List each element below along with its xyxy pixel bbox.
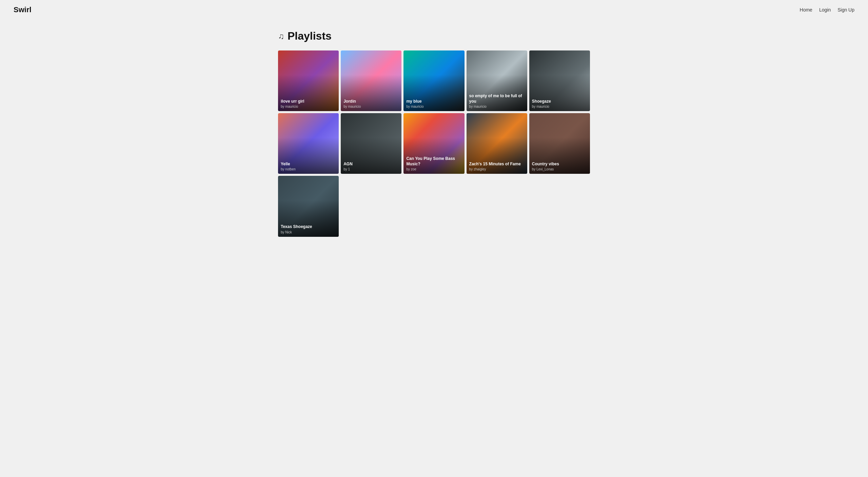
- card-author: by mauricio: [281, 105, 336, 108]
- card-info: Jordinby mauricio: [343, 99, 399, 109]
- playlist-card-my-blue[interactable]: my blueby mauricio: [403, 50, 464, 111]
- card-title: Yelle: [281, 162, 336, 167]
- playlist-card-country-vibes[interactable]: Country vibesby Lexi_Lonas: [529, 113, 590, 174]
- card-info: Shoegazeby mauricio: [532, 99, 587, 109]
- card-author: by zhaigley: [469, 167, 525, 171]
- card-info: Country vibesby Lexi_Lonas: [532, 162, 587, 171]
- card-title: my blue: [406, 99, 461, 104]
- card-author: by mauricio: [532, 105, 587, 108]
- app-brand[interactable]: Swirl: [14, 5, 32, 14]
- playlist-card-shoegaze[interactable]: Shoegazeby mauricio: [529, 50, 590, 111]
- card-info: ilove urr girlby mauricio: [281, 99, 336, 109]
- card-author: by notben: [281, 167, 336, 171]
- card-info: Texas Shoegazeby Nick: [281, 224, 336, 234]
- card-author: by Lexi_Lonas: [532, 167, 587, 171]
- card-title: ilove urr girl: [281, 99, 336, 104]
- nav-login[interactable]: Login: [819, 7, 831, 13]
- card-info: my blueby mauricio: [406, 99, 461, 109]
- card-author: by Nick: [281, 230, 336, 234]
- playlist-card-jordin[interactable]: Jordinby mauricio: [341, 50, 401, 111]
- playlist-card-so-empty[interactable]: so empty of me to be full of youby mauri…: [467, 50, 527, 111]
- card-title: Jordin: [343, 99, 399, 104]
- page-title: Playlists: [288, 30, 332, 42]
- playlist-card-ilove-urr-girl[interactable]: ilove urr girlby mauricio: [278, 50, 339, 111]
- card-info: Can You Play Some Bass Music?by zoe: [406, 156, 461, 171]
- music-icon: ♫: [278, 32, 284, 41]
- playlist-card-can-you-play-bass[interactable]: Can You Play Some Bass Music?by zoe: [403, 113, 464, 174]
- playlists-grid: ilove urr girlby mauricioJordinby mauric…: [278, 50, 590, 237]
- playlist-card-yelle[interactable]: Yelleby notben: [278, 113, 339, 174]
- card-author: by zoe: [406, 167, 461, 171]
- card-title: Texas Shoegaze: [281, 224, 336, 230]
- card-title: Country vibes: [532, 162, 587, 167]
- card-info: Yelleby notben: [281, 162, 336, 171]
- card-info: so empty of me to be full of youby mauri…: [469, 94, 525, 108]
- nav-signup[interactable]: Sign Up: [837, 7, 854, 13]
- play-button[interactable]: ▶: [364, 137, 378, 150]
- playlist-card-zach-15min[interactable]: Zach's 15 Minutes of Fameby zhaigley: [467, 113, 527, 174]
- card-title: Shoegaze: [532, 99, 587, 104]
- card-title: so empty of me to be full of you: [469, 94, 525, 104]
- playlist-card-agn[interactable]: AGNby 1▶: [341, 113, 401, 174]
- navbar: Swirl Home Login Sign Up: [0, 0, 868, 20]
- card-title: Zach's 15 Minutes of Fame: [469, 162, 525, 167]
- main-content: ♫ Playlists ilove urr girlby mauricioJor…: [264, 20, 604, 257]
- nav-home[interactable]: Home: [800, 7, 812, 13]
- card-author: by mauricio: [343, 105, 399, 108]
- card-info: Zach's 15 Minutes of Fameby zhaigley: [469, 162, 525, 171]
- playlist-card-texas-shoegaze[interactable]: Texas Shoegazeby Nick: [278, 176, 339, 236]
- card-author: by mauricio: [406, 105, 461, 108]
- nav-links: Home Login Sign Up: [800, 7, 854, 13]
- card-author: by mauricio: [469, 105, 525, 108]
- card-title: Can You Play Some Bass Music?: [406, 156, 461, 167]
- page-header: ♫ Playlists: [278, 30, 590, 42]
